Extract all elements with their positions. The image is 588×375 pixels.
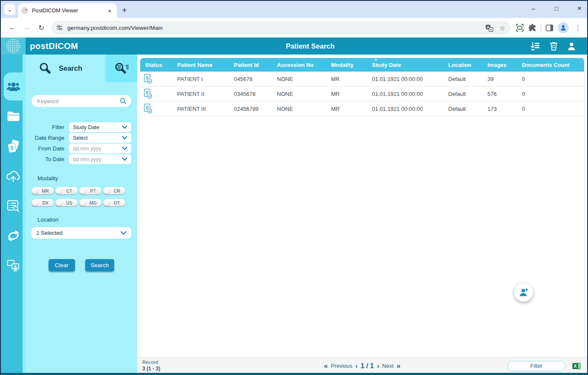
user-account-icon[interactable] <box>567 42 576 51</box>
cell-study-date: 01.01.1921 00:00:00 <box>367 101 443 116</box>
add-patient-fab[interactable] <box>514 283 533 302</box>
toggle-knob <box>80 188 86 194</box>
app-logo[interactable] <box>1 38 26 55</box>
date-range-select[interactable]: Select <box>69 133 131 143</box>
back-button[interactable]: ← <box>5 23 20 32</box>
first-page-icon[interactable]: « <box>324 362 328 370</box>
profile-avatar[interactable] <box>558 22 569 33</box>
advanced-search-icon <box>114 62 129 75</box>
modality-toggle-cr[interactable]: CR <box>103 187 125 194</box>
col-header-patient-name[interactable]: Patient Name <box>172 58 229 72</box>
table-row[interactable]: PATIENT II 0345678 NONE MR 01.01.1921 00… <box>140 87 584 101</box>
search-magnifier-icon <box>38 62 52 75</box>
screen-capture-icon[interactable] <box>516 23 524 32</box>
prev-page-icon[interactable]: ‹ <box>355 362 357 370</box>
filter-select[interactable]: Study Date <box>69 122 131 132</box>
chevron-down-icon <box>121 231 127 235</box>
col-header-location[interactable]: Location <box>443 58 482 72</box>
browser-tab[interactable]: PostDICOM Viewer × <box>18 3 117 18</box>
sidebar-item-upload[interactable] <box>1 161 26 191</box>
cell-accession-no: NONE <box>272 72 326 86</box>
next-page-icon[interactable]: › <box>377 362 379 370</box>
side-panel-icon[interactable] <box>545 24 553 32</box>
excel-export-icon[interactable]: X <box>572 362 581 370</box>
modality-toggle-label: US <box>62 200 78 205</box>
site-settings-icon[interactable] <box>56 24 63 31</box>
col-header-study-date[interactable]: ▼Study Date <box>367 58 443 72</box>
date-range-label: Date Range <box>32 135 69 141</box>
new-tab-button[interactable]: + <box>122 6 127 14</box>
modality-toggle-ot[interactable]: OT <box>103 199 125 206</box>
sidebar-item-worklist[interactable] <box>1 191 26 221</box>
extensions-puzzle-icon[interactable] <box>528 24 536 32</box>
modality-toggle-ct[interactable]: CT <box>55 187 78 194</box>
reload-button[interactable]: ↻ <box>34 23 49 32</box>
record-label: Record <box>142 360 160 366</box>
location-select[interactable]: 1 Selected <box>32 227 131 239</box>
col-header-accession-no[interactable]: Accession No <box>272 58 326 72</box>
search-button[interactable]: Search <box>85 259 115 271</box>
sidebar <box>1 55 26 374</box>
cell-images: 576 <box>482 87 517 101</box>
tab-search-button[interactable]: ⌄ <box>4 4 15 15</box>
recycle-bin-icon[interactable] <box>550 41 558 51</box>
sidebar-item-folders[interactable] <box>1 101 26 131</box>
tab-advanced-search[interactable] <box>106 55 137 82</box>
browser-tabstrip: ⌄ PostDICOM Viewer × + – □ × <box>1 1 587 18</box>
minimize-button[interactable]: – <box>529 5 538 12</box>
filter-row: Filter Study Date <box>32 122 131 132</box>
clear-button[interactable]: Clear <box>49 259 75 271</box>
maximize-button[interactable]: □ <box>552 5 561 12</box>
browser-menu-icon[interactable]: ⋮ <box>573 24 583 32</box>
modality-toggle-mr[interactable]: MR <box>32 187 54 194</box>
modality-toggle-label: DX <box>38 200 54 205</box>
address-bar[interactable]: germany.postdicom.com/Viewer/Main A ☆ <box>51 21 510 35</box>
page-title: Patient Search <box>286 38 335 55</box>
previous-page-button[interactable]: Previous <box>331 363 352 369</box>
chevron-down-icon <box>122 147 127 150</box>
translate-icon[interactable]: A <box>485 24 493 32</box>
last-page-icon[interactable]: » <box>397 362 401 370</box>
toolbar-divider <box>541 24 541 32</box>
sidebar-item-studies[interactable] <box>1 131 26 161</box>
sidebar-item-remote[interactable] <box>1 251 26 280</box>
modality-toggle-mg[interactable]: MG <box>79 199 101 206</box>
from-date-select[interactable]: dd.mm.yyyy <box>69 144 131 153</box>
col-header-patient-id[interactable]: Patient Id <box>229 58 272 72</box>
toggle-knob <box>104 200 110 206</box>
sort-caret-icon: ▼ <box>374 58 378 62</box>
toggle-knob <box>32 188 38 194</box>
keyword-placeholder: Keyword <box>37 98 120 104</box>
worklist-search-icon <box>7 199 20 213</box>
footer-actions: Filter X <box>507 361 587 371</box>
col-header-documents-count[interactable]: Documents Count <box>517 58 584 72</box>
download-queue-icon[interactable] <box>530 42 540 51</box>
sidebar-item-patients[interactable] <box>1 72 26 101</box>
cell-documents-count: 0 <box>517 101 584 116</box>
next-page-button[interactable]: Next <box>382 363 394 369</box>
app-body: Search Keyword Filter Study Date <box>1 55 587 374</box>
close-window-button[interactable]: × <box>575 4 584 13</box>
modality-toggle-pt[interactable]: PT <box>79 187 101 194</box>
filter-button[interactable]: Filter <box>507 361 565 371</box>
table-row[interactable]: PATIENT I 045678 NONE MR 01.01.1921 00:0… <box>140 72 584 87</box>
tab-close-icon[interactable]: × <box>106 7 113 14</box>
modality-toggle-us[interactable]: US <box>55 199 78 206</box>
tab-search[interactable]: Search <box>26 55 106 82</box>
table-row[interactable]: PATIENT III 02456789 NONE MR 01.01.1921 … <box>140 101 584 116</box>
toolbar-actions: ⋮ <box>516 22 583 33</box>
xray-cards-icon <box>6 139 20 153</box>
modality-toggle-label: MG <box>86 200 101 205</box>
to-date-select[interactable]: dd.mm.yyyy <box>69 154 131 164</box>
col-header-images[interactable]: Images <box>482 58 517 72</box>
col-header-status[interactable]: Status <box>140 58 172 72</box>
sidebar-item-share[interactable] <box>1 221 26 251</box>
forward-button[interactable]: → <box>20 23 34 32</box>
filter-row: Date Range Select <box>32 133 131 143</box>
app-header: postDICOM Patient Search <box>1 38 587 55</box>
keyword-input[interactable]: Keyword <box>32 95 131 107</box>
col-header-modality[interactable]: Modality <box>326 58 367 72</box>
modality-toggle-dx[interactable]: DX <box>32 199 54 206</box>
bookmark-star-icon[interactable]: ☆ <box>499 24 505 32</box>
keyword-search-icon[interactable] <box>120 98 127 104</box>
